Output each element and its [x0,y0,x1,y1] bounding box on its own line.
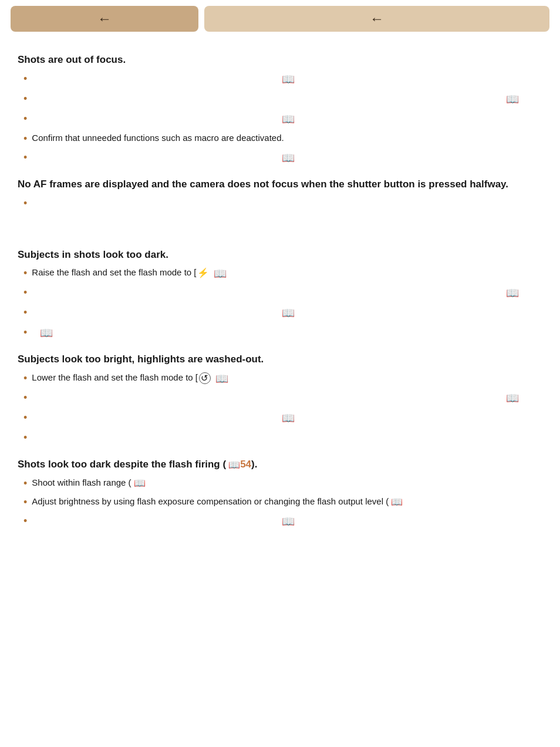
list-item: 📖 [18,391,542,407]
list-item: Confirm that unneeded functions such as … [18,132,542,147]
section-heading-no-af: No AF frames are displayed and the camer… [18,177,542,191]
book-icon: 📖 [214,266,227,282]
page-ref-54[interactable]: 54 [240,459,251,470]
main-content: Shots are out of focus. 📖 📖 📖 Confirm th… [0,40,560,554]
section-heading-out-of-focus: Shots are out of focus. [18,53,542,67]
book-icon: 📖 [40,325,53,341]
list-item: 📖 [18,72,542,88]
book-icon: 📖 [282,72,295,88]
list-item: 📖 [18,150,542,167]
back-arrow-left-icon: ← [97,11,112,27]
nav-back-left[interactable]: ← [11,6,198,32]
section-out-of-focus: Shots are out of focus. 📖 📖 📖 Confirm th… [18,53,542,167]
bullet-list-no-af [18,196,542,213]
book-icon: 📖 [282,410,295,426]
book-icon: 📖 [282,514,295,530]
section-too-bright: Subjects look too bright, highlights are… [18,352,542,447]
book-icon: 📖 [506,391,519,406]
list-item [18,430,542,447]
section-heading-too-dark: Subjects in shots look too dark. [18,248,542,262]
list-item: Raise the flash and set the flash mode t… [18,266,542,282]
book-icon: 📖 [282,112,295,127]
back-arrow-right-icon: ← [370,11,384,27]
book-icon: 📖 [282,305,295,321]
list-item: Adjust brightness by using flash exposur… [18,495,542,510]
book-ref-icon: 📖 [228,459,240,472]
list-item: 📖 [18,285,542,302]
list-item: Lower the flash and set the flash mode t… [18,371,542,387]
flash-raise-icon: ⚡ [197,266,209,280]
list-item: Shoot within flash range (📖 [18,476,542,492]
nav-back-right[interactable]: ← [204,6,549,32]
book-icon: 📖 [506,92,519,107]
bullet-list-out-of-focus: 📖 📖 📖 Confirm that unneeded functions su… [18,72,542,167]
list-item: 📖 [18,305,542,322]
list-item: 📖 [18,112,542,128]
list-item [18,196,542,213]
list-item: 📖 [18,92,542,108]
list-item: 📖 [18,514,542,530]
list-item: 📖 [18,410,542,427]
book-icon: 📖 [391,495,403,509]
bullet-list-too-bright: Lower the flash and set the flash mode t… [18,371,542,447]
nav-buttons: ← ← [0,0,560,40]
bullet-list-too-dark: Raise the flash and set the flash mode t… [18,266,542,342]
book-icon: 📖 [282,150,295,166]
book-icon: 📖 [506,285,519,301]
list-item: 📖 [18,325,542,342]
flash-lower-icon: ↺ [199,372,211,384]
section-heading-dark-flash: Shots look too dark despite the flash fi… [18,457,542,472]
section-too-dark: Subjects in shots look too dark. Raise t… [18,248,542,342]
book-icon: 📖 [215,371,228,387]
section-heading-too-bright: Subjects look too bright, highlights are… [18,352,542,366]
section-dark-despite-flash: Shots look too dark despite the flash fi… [18,457,542,530]
section-no-af-frames: No AF frames are displayed and the camer… [18,177,542,213]
book-icon: 📖 [134,476,146,490]
bullet-list-dark-flash: Shoot within flash range (📖 Adjust brigh… [18,476,542,530]
